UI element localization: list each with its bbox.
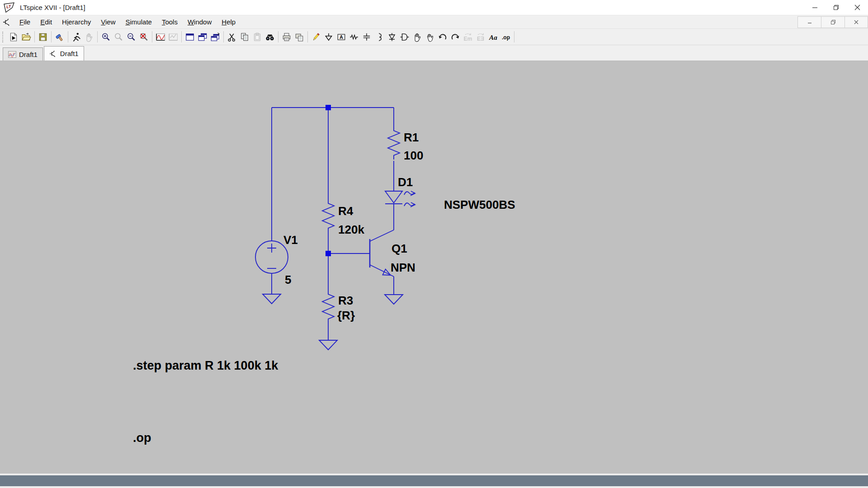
tab-waveform-draft1[interactable]: Draft1 [3, 47, 43, 61]
child-window-controls [797, 16, 868, 28]
child-restore-button[interactable] [821, 16, 844, 28]
label-r3-value[interactable]: {R} [337, 309, 355, 322]
toolbar-undo-button[interactable] [436, 31, 449, 43]
minimize-button[interactable] [804, 0, 826, 15]
toolbar-place-capacitor-button[interactable] [360, 31, 373, 43]
menu-help[interactable]: Help [217, 16, 241, 28]
ltspice-logo-icon: LT [4, 2, 15, 13]
wire-pencil-icon [311, 32, 321, 42]
label-r4-value[interactable]: 120k [338, 223, 364, 236]
child-close-button[interactable] [844, 16, 868, 28]
toolbar-tile-vertically-button[interactable] [196, 31, 209, 43]
component-resistor-r3[interactable] [322, 290, 334, 323]
cascade-windows-icon [210, 32, 220, 42]
toolbar-spice-directive-button[interactable]: .op [500, 31, 512, 43]
save-icon [38, 32, 48, 42]
toolbar-draw-wire-button[interactable] [310, 31, 322, 43]
window-title: LTspice XVII - [Draft1] [20, 4, 85, 11]
toolbar-place-component-button[interactable] [398, 31, 411, 43]
label-d1-value[interactable]: NSPW500BS [444, 198, 515, 211]
label-v1-name[interactable]: V1 [283, 233, 298, 247]
menu-hierarchy[interactable]: Hierarchy [57, 16, 96, 28]
menu-view[interactable]: View [96, 16, 120, 28]
label-r1-name[interactable]: R1 [404, 131, 419, 144]
component-resistor-r4[interactable] [322, 199, 334, 232]
rotate-icon: Em [462, 32, 473, 42]
toolbar-place-diode-button[interactable] [386, 31, 398, 43]
toolbar-autorange-y-axis-button[interactable] [154, 31, 167, 43]
tab-schematic-draft1[interactable]: Draft1 [44, 46, 84, 61]
text-icon: Aa [488, 32, 499, 42]
toolbar-cascade-windows-button[interactable] [209, 31, 222, 43]
menu-tools[interactable]: Tools [157, 16, 183, 28]
toolbar-grip[interactable] [2, 32, 5, 42]
toolbar-place-text-button[interactable]: Aa [487, 31, 500, 43]
new-schematic-icon [9, 32, 19, 42]
toolbar-zoom-back-button [112, 31, 125, 43]
toolbar-run-button[interactable] [70, 31, 83, 43]
component-resistor-r1[interactable] [388, 127, 400, 160]
toolbar-zoom-full-extents-button[interactable] [137, 31, 150, 43]
menu-edit[interactable]: Edit [35, 16, 57, 28]
toolbar-new-schematic-button[interactable] [7, 31, 20, 43]
close-button[interactable] [847, 0, 868, 15]
toolbar-zoom-in-button[interactable] [99, 31, 112, 43]
menu-window[interactable]: Window [183, 16, 217, 28]
light-ray-1-arrowhead [410, 191, 415, 196]
toolbar-zoom-out-button[interactable] [125, 31, 137, 43]
status-bar-bottom-edge [0, 486, 868, 488]
hammer-icon [55, 32, 65, 42]
halt-hand-icon [84, 32, 94, 42]
toolbar-place-label-button[interactable]: A [335, 31, 348, 43]
svg-text:Em: Em [464, 35, 472, 42]
toolbar-redo-button[interactable] [449, 31, 462, 43]
toolbar-control-panel-button[interactable] [53, 31, 66, 43]
label-r4-name[interactable]: R4 [338, 204, 354, 218]
label-d1-name[interactable]: D1 [398, 175, 413, 189]
drag-hand-icon [425, 32, 435, 42]
toolbar-print-preview-button[interactable] [293, 31, 306, 43]
toolbar-place-ground-button[interactable] [322, 31, 335, 43]
toolbar-move-button[interactable] [411, 31, 424, 43]
zoom-back-icon [113, 32, 123, 42]
toolbar-place-inductor-button[interactable] [373, 31, 386, 43]
toolbar-place-resistor-button[interactable] [348, 31, 360, 43]
zoom-out-icon [126, 32, 136, 42]
menu-file[interactable]: File [14, 16, 35, 28]
mirror-icon: EƎ [475, 32, 486, 42]
run-icon [71, 32, 81, 42]
child-close-icon [854, 19, 859, 25]
toolbar-mirror-button: EƎ [474, 31, 487, 43]
directive-step[interactable]: .step param R 1k 100k 1k [133, 359, 278, 372]
toolbar-drag-button[interactable] [424, 31, 436, 43]
label-r3-name[interactable]: R3 [338, 294, 353, 307]
title-bar: LT LTspice XVII - [Draft1] [0, 0, 868, 15]
ground-symbols[interactable] [263, 294, 403, 350]
toolbar-cut-button[interactable] [226, 31, 238, 43]
schematic-canvas[interactable]: R1 100 D1 NSPW500BS R4 120k V1 5 Q1 NPN … [0, 61, 868, 474]
component-led-d1[interactable] [385, 191, 415, 207]
label-q1-name[interactable]: Q1 [392, 242, 407, 255]
child-minimize-button[interactable] [797, 16, 821, 28]
label-r1-value[interactable]: 100 [404, 149, 423, 162]
toolbar-save-button[interactable] [37, 31, 49, 43]
toolbar-find-button[interactable] [264, 31, 276, 43]
document-tab-bar: Draft1 Draft1 [0, 45, 868, 61]
label-q1-value[interactable]: NPN [391, 261, 415, 274]
toolbar-copy-button[interactable] [238, 31, 251, 43]
open-file-icon [21, 32, 31, 42]
restore-button[interactable] [826, 0, 847, 15]
label-v1-value[interactable]: 5 [285, 273, 291, 286]
light-ray-2-arrowhead [410, 202, 415, 207]
menu-simulate[interactable]: Simulate [121, 16, 157, 28]
close-icon [854, 5, 860, 10]
wires[interactable] [272, 108, 394, 340]
directive-op[interactable]: .op [133, 431, 151, 445]
toolbar-print-button[interactable] [280, 31, 293, 43]
toolbar-plot-settings-button [167, 31, 179, 43]
zoom-full-extents-icon [139, 32, 149, 42]
toolbar-open-file-button[interactable] [20, 31, 33, 43]
ground-icon [324, 32, 334, 42]
spice-directive-icon: .op [500, 32, 511, 42]
toolbar-tile-windows-button[interactable] [184, 31, 196, 43]
